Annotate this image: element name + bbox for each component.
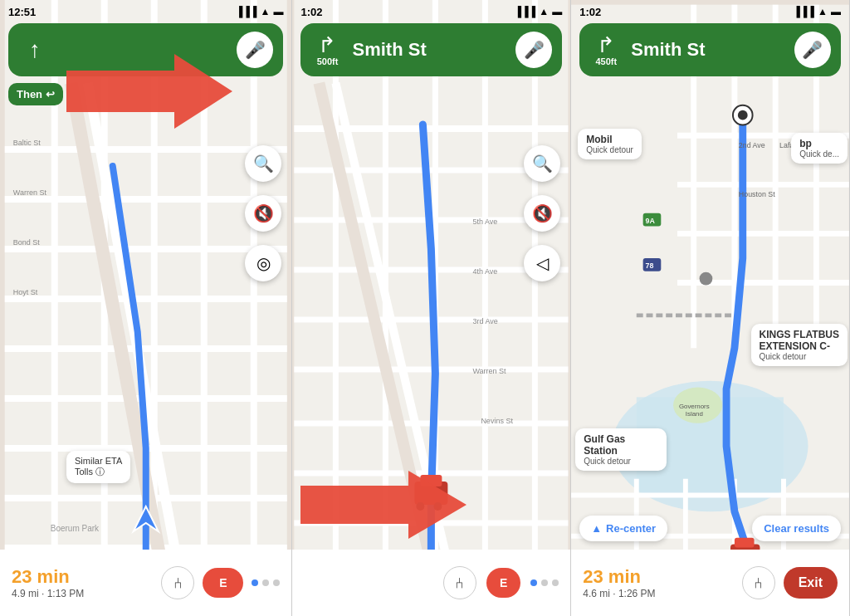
nav-arrow-box-2: ↱ 500ft bbox=[310, 34, 344, 66]
detour-kings-sub: Quick detour bbox=[760, 352, 839, 361]
status-icons-3: ▐▐▐ ▲ ▬ bbox=[794, 6, 841, 17]
svg-text:9A: 9A bbox=[646, 217, 656, 225]
clear-label: Clear results bbox=[764, 522, 829, 535]
eta-minutes-1: 23 min bbox=[12, 566, 153, 588]
status-time-3: 1:02 bbox=[579, 6, 601, 18]
signal-icon-2: ▐▐▐ bbox=[515, 6, 536, 17]
dot-3 bbox=[273, 579, 280, 586]
clear-btn[interactable]: Clear results bbox=[752, 516, 841, 541]
status-bar-1: 12:51 ▐▐▐ ▲ ▬ bbox=[0, 0, 291, 23]
dots-indicator-1 bbox=[252, 579, 280, 586]
svg-text:Baltic St: Baltic St bbox=[13, 139, 42, 147]
status-time-2: 1:02 bbox=[300, 6, 322, 18]
dot-5 bbox=[541, 579, 548, 586]
then-label: Then ↩ bbox=[8, 83, 63, 105]
svg-point-74 bbox=[738, 110, 748, 120]
detour-gulf-sub: Quick detour bbox=[584, 457, 658, 466]
svg-point-44 bbox=[434, 502, 442, 511]
routes-btn-1[interactable]: ⑃ bbox=[161, 566, 194, 599]
recenter-btn[interactable]: ▲ Re-center bbox=[579, 516, 667, 541]
svg-text:5th Ave: 5th Ave bbox=[473, 218, 498, 226]
panel-2: 5th Ave 4th Ave 3rd Ave Nevins St Warren… bbox=[292, 0, 571, 616]
svg-text:3rd Ave: 3rd Ave bbox=[473, 317, 498, 325]
similar-eta-tolls: Tolls ⓘ bbox=[75, 466, 122, 478]
signal-icon-3: ▐▐▐ bbox=[794, 6, 815, 17]
mic-button-1[interactable]: 🎤 bbox=[237, 32, 273, 68]
eta-info-1: 23 min 4.9 mi · 1:13 PM bbox=[12, 566, 153, 599]
status-bar-2: 1:02 ▐▐▐ ▲ ▬ bbox=[292, 0, 570, 23]
wifi-icon-2: ▲ bbox=[539, 6, 549, 17]
status-time-1: 12:51 bbox=[8, 6, 36, 18]
mic-button-3[interactable]: 🎤 bbox=[794, 32, 831, 68]
battery-icon-2: ▬ bbox=[552, 6, 562, 17]
detour-bp-name: bp bbox=[799, 138, 839, 149]
nav-arrow-box-3: ↱ 450ft bbox=[589, 34, 623, 66]
svg-text:Governors: Governors bbox=[679, 403, 710, 410]
dots-indicator-2 bbox=[530, 579, 559, 586]
nav-dist-2: 500ft bbox=[317, 56, 339, 66]
dot-2 bbox=[262, 579, 269, 586]
nav-header-3: ↱ 450ft Smith St 🎤 bbox=[579, 23, 841, 76]
detour-mobil: Mobil Quick detour bbox=[578, 129, 642, 159]
mute-btn-2[interactable]: 🔇 bbox=[524, 195, 560, 232]
svg-text:Boerum Park: Boerum Park bbox=[51, 524, 100, 533]
detour-bp: bp Quick de... bbox=[791, 133, 848, 164]
panel-1: Baltic St Warren St Bond St Hoyt St Boer… bbox=[0, 0, 292, 616]
exit-btn[interactable]: Exit bbox=[784, 567, 838, 599]
nav-arrow-box-1: ↑ bbox=[18, 37, 51, 63]
status-bar-3: 1:02 ▐▐▐ ▲ ▬ bbox=[571, 0, 849, 23]
eta-details-1: 4.9 mi · 1:13 PM bbox=[12, 588, 153, 599]
detour-kings-name: KINGS FLATBUSEXTENSION C- bbox=[760, 329, 839, 352]
recenter-icon: ▲ bbox=[591, 522, 602, 535]
panel-3: Governors Island 2nd Ave bbox=[571, 0, 850, 616]
routes-btn-3[interactable]: ⑃ bbox=[742, 566, 775, 599]
bottom-bar-1: 23 min 4.9 mi · 1:13 PM ⑃ E bbox=[0, 550, 291, 616]
svg-text:2nd Ave: 2nd Ave bbox=[739, 141, 765, 149]
battery-icon-1: ▬ bbox=[273, 6, 283, 17]
then-text: Then ↩ bbox=[17, 88, 55, 100]
nav-dist-3: 450ft bbox=[595, 56, 617, 66]
detour-gulf-name: Gulf Gas Station bbox=[584, 433, 658, 457]
expand-btn-2[interactable]: E bbox=[486, 568, 520, 598]
battery-icon-3: ▬ bbox=[831, 6, 841, 17]
compass-btn-2[interactable]: ◁ bbox=[524, 245, 560, 281]
similar-eta-badge: Similar ETA Tolls ⓘ bbox=[66, 451, 130, 483]
eta-minutes-3: 23 min bbox=[583, 566, 733, 588]
nav-direction-icon-3: ↱ bbox=[597, 34, 615, 56]
svg-text:Warren St: Warren St bbox=[13, 188, 47, 197]
wifi-icon-1: ▲ bbox=[261, 6, 271, 17]
status-icons-2: ▐▐▐ ▲ ▬ bbox=[515, 6, 562, 17]
similar-eta-text: Similar ETA bbox=[75, 456, 122, 466]
nav-header-1: ↑ 🎤 bbox=[8, 23, 283, 76]
map-background-2: 5th Ave 4th Ave 3rd Ave Nevins St Warren… bbox=[292, 0, 570, 616]
expand-btn-1[interactable]: E bbox=[203, 568, 243, 598]
svg-text:Warren St: Warren St bbox=[473, 367, 507, 375]
nav-street-3: Smith St bbox=[631, 39, 786, 61]
detour-mobil-name: Mobil bbox=[586, 134, 633, 145]
eta-info-3: 23 min 4.6 mi · 1:26 PM bbox=[583, 566, 733, 599]
svg-text:78: 78 bbox=[646, 262, 654, 270]
mic-button-2[interactable]: 🎤 bbox=[515, 32, 552, 68]
svg-text:Hoyt St: Hoyt St bbox=[13, 288, 38, 296]
svg-text:Houston St: Houston St bbox=[739, 190, 775, 198]
svg-point-79 bbox=[700, 272, 713, 286]
nav-street-2: Smith St bbox=[352, 39, 507, 61]
svg-rect-42 bbox=[421, 475, 442, 486]
dot-1 bbox=[252, 579, 258, 586]
bottom-bar-2: ⑃ E bbox=[292, 550, 570, 616]
eta-details-3: 4.6 mi · 1:26 PM bbox=[583, 588, 733, 599]
detour-mobil-sub: Quick detour bbox=[586, 145, 633, 154]
detour-kings: KINGS FLATBUSEXTENSION C- Quick detour bbox=[751, 324, 848, 366]
recenter-label: Re-center bbox=[606, 522, 656, 535]
detour-bp-sub: Quick de... bbox=[799, 149, 839, 159]
dot-4 bbox=[530, 579, 537, 586]
search-btn-2[interactable]: 🔍 bbox=[524, 145, 560, 182]
svg-text:Nevins St: Nevins St bbox=[481, 417, 514, 425]
routes-btn-2[interactable]: ⑃ bbox=[443, 566, 476, 599]
svg-text:4th Ave: 4th Ave bbox=[473, 267, 498, 276]
nav-header-2: ↱ 500ft Smith St 🎤 bbox=[300, 23, 562, 76]
svg-point-43 bbox=[417, 502, 425, 511]
map-action-bar: ▲ Re-center Clear results bbox=[579, 516, 841, 541]
signal-icon-1: ▐▐▐ bbox=[236, 6, 257, 17]
detour-gulf: Gulf Gas Station Quick detour bbox=[575, 428, 667, 471]
